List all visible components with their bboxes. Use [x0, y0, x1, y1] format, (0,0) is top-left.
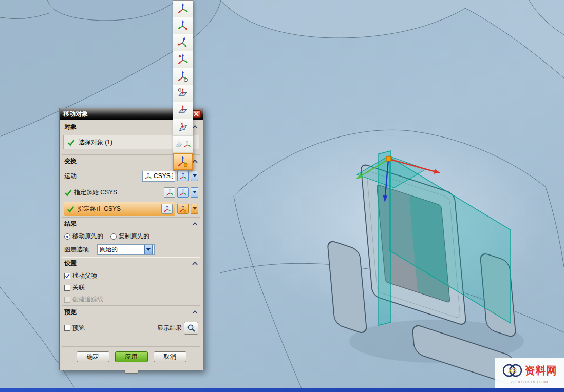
- start-csys-dropdown-button[interactable]: [191, 187, 198, 198]
- move-parent-checkbox[interactable]: [64, 273, 70, 279]
- section-preview-header[interactable]: 预览: [62, 305, 200, 318]
- section-result-title: 结果: [64, 220, 192, 228]
- motion-value: CSYS 到: [154, 172, 173, 181]
- preview-row: 预览 显示结果: [62, 319, 200, 337]
- layer-option-row: 图层选项 原始的: [62, 242, 200, 257]
- section-result-header[interactable]: 结果: [62, 217, 200, 230]
- triad-small-icon: [183, 141, 191, 148]
- bottom-strip: [0, 388, 564, 392]
- flyout-double-triad-icon[interactable]: [173, 136, 193, 153]
- move-parent-label: 移动父项: [72, 271, 97, 280]
- watermark-logo-text: XS: [507, 367, 517, 375]
- triad-rotated-icon: [176, 35, 190, 50]
- layer-dropdown-button[interactable]: [144, 245, 153, 254]
- motion-option-button[interactable]: [177, 171, 189, 181]
- watermark-logo-icon: XS: [502, 362, 523, 379]
- collapse-chevron-icon[interactable]: [192, 221, 198, 227]
- collapse-chevron-icon[interactable]: [192, 261, 198, 266]
- csys-type-flyout: [173, 0, 193, 171]
- application-window: 移动对象 对象 选择对象 (1) 变换 运动: [0, 0, 564, 392]
- move-original-radio[interactable]: [64, 233, 70, 240]
- watermark: XS 资料网 ZL.XS1616.COM: [495, 358, 564, 388]
- end-csys-highlight[interactable]: 指定终止 CSYS: [64, 202, 175, 216]
- start-csys-label: 指定起始 CSYS: [74, 188, 117, 197]
- flyout-triad-mirrored-icon[interactable]: [173, 17, 193, 34]
- triad-icon: [177, 3, 189, 14]
- dynamic-csys-selected-icon: [177, 156, 189, 167]
- end-csys-dropdown-button[interactable]: [191, 204, 198, 214]
- triad-point-icon: [177, 54, 189, 65]
- dropdown-arrow-icon: [146, 248, 151, 253]
- show-result-button[interactable]: [184, 322, 198, 335]
- copy-original-label: 复制原先的: [119, 232, 149, 241]
- watermark-site: ZL.XS1616.COM: [511, 380, 549, 384]
- copy-original-radio[interactable]: [110, 233, 117, 240]
- green-check-icon: [67, 139, 75, 146]
- associative-label: 关联: [72, 283, 85, 292]
- end-csys-label: 指定终止 CSYS: [78, 205, 121, 213]
- csys-constructor-icon: [166, 189, 174, 197]
- plane-angle-icon: [176, 121, 190, 134]
- section-settings-header[interactable]: 设置: [62, 257, 200, 269]
- end-csys-row: 指定终止 CSYS: [62, 201, 200, 217]
- green-check-icon: [67, 205, 74, 213]
- plane-x-axis-icon: [177, 105, 189, 116]
- end-csys-option-button[interactable]: [177, 204, 189, 214]
- end-csys-dialog-button[interactable]: [161, 204, 173, 214]
- magnifier-icon: [187, 324, 196, 332]
- section-settings-title: 设置: [64, 259, 192, 268]
- trace-line-row: 创建追踪线: [62, 293, 200, 305]
- flyout-dynamic-csys-selected-icon[interactable]: [173, 153, 193, 170]
- motion-combobox[interactable]: CSYS 到: [142, 171, 175, 182]
- flyout-offset-plane-icon[interactable]: [173, 85, 193, 102]
- flyout-triad-clock-icon[interactable]: [173, 68, 193, 85]
- dropdown-arrow-icon: [193, 191, 197, 195]
- start-csys-row: 指定起始 CSYS: [62, 184, 200, 201]
- collapse-chevron-icon[interactable]: [192, 309, 198, 315]
- triad-icon: [179, 172, 187, 180]
- offset-plane-icon: [177, 88, 189, 99]
- triad-mirrored-icon: [177, 20, 189, 31]
- dialog-button-row: 确定 应用 取消: [62, 346, 200, 367]
- apply-button[interactable]: 应用: [115, 351, 148, 362]
- dynamic-csys-icon: [179, 205, 187, 213]
- start-csys-option-button[interactable]: [177, 187, 189, 198]
- dropdown-arrow-icon: [193, 207, 197, 212]
- watermark-brand: 资料网: [525, 364, 557, 378]
- csys-to-csys-icon: [144, 172, 152, 180]
- move-parent-row: 移动父项: [62, 270, 200, 282]
- x-axis-arrow[interactable]: [434, 169, 440, 174]
- triad-clock-icon: [177, 71, 189, 82]
- flyout-triad-icon[interactable]: [173, 1, 193, 17]
- bracket-left-leg: [327, 240, 367, 335]
- triad-small-icon: [175, 141, 183, 148]
- flyout-plane-angle-icon[interactable]: [173, 119, 193, 136]
- layer-option-combobox[interactable]: 原始的: [97, 244, 155, 255]
- result-radio-row: 移动原先的 复制原先的: [62, 230, 200, 242]
- section-preview-title: 预览: [64, 308, 192, 317]
- cancel-button[interactable]: 取消: [154, 351, 186, 362]
- select-object-label: 选择对象 (1): [79, 138, 112, 147]
- dialog-resize-grip[interactable]: [124, 370, 139, 374]
- motion-label: 运动: [64, 172, 77, 181]
- green-check-icon: [64, 189, 72, 197]
- dropdown-arrow-icon: [193, 174, 197, 179]
- ok-button[interactable]: 确定: [77, 351, 109, 362]
- csys-origin-handle[interactable]: [386, 156, 391, 161]
- associative-checkbox[interactable]: [64, 285, 70, 291]
- preview-label: 预览: [72, 324, 85, 332]
- move-original-label: 移动原先的: [72, 232, 103, 241]
- preview-checkbox[interactable]: [64, 325, 70, 331]
- close-icon: [194, 111, 199, 116]
- flyout-triad-rotated-icon[interactable]: [173, 34, 193, 51]
- triad-icon: [179, 189, 187, 197]
- start-csys-dialog-button[interactable]: [164, 187, 175, 198]
- csys-constructor-icon: [163, 205, 171, 213]
- flyout-plane-x-axis-icon[interactable]: [173, 102, 193, 119]
- layer-option-label: 图层选项: [64, 245, 89, 254]
- motion-dropdown-button[interactable]: [191, 171, 198, 181]
- show-result-label: 显示结果: [157, 324, 182, 332]
- flyout-triad-point-icon[interactable]: [173, 51, 193, 68]
- trace-line-label: 创建追踪线: [72, 295, 103, 304]
- associative-row: 关联: [62, 282, 200, 293]
